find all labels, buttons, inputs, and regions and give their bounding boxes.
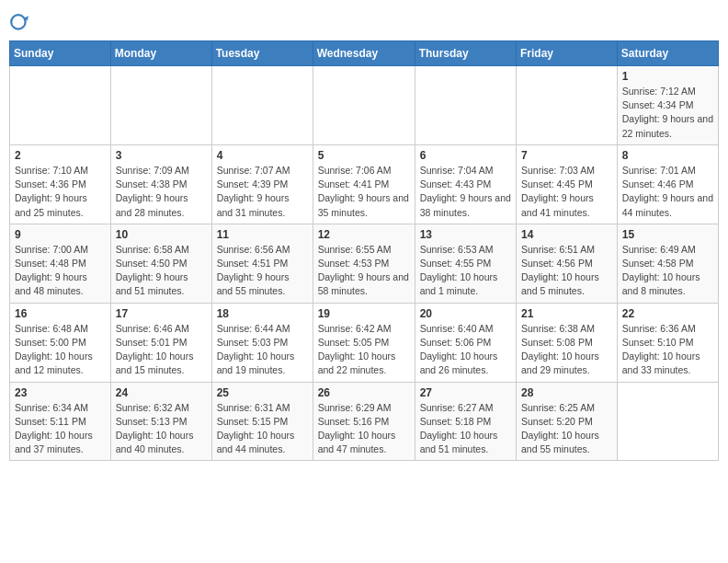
- day-info: Sunrise: 6:34 AM Sunset: 5:11 PM Dayligh…: [15, 401, 106, 457]
- calendar-table: SundayMondayTuesdayWednesdayThursdayFrid…: [9, 40, 719, 461]
- calendar-cell: [211, 66, 313, 145]
- calendar-cell: 9Sunrise: 7:00 AM Sunset: 4:48 PM Daylig…: [10, 224, 111, 303]
- calendar-week-row: 16Sunrise: 6:48 AM Sunset: 5:00 PM Dayli…: [10, 303, 719, 382]
- calendar-cell: 13Sunrise: 6:53 AM Sunset: 4:55 PM Dayli…: [415, 224, 516, 303]
- day-number: 7: [521, 149, 612, 162]
- day-number: 22: [622, 307, 713, 320]
- calendar-cell: 8Sunrise: 7:01 AM Sunset: 4:46 PM Daylig…: [617, 144, 718, 224]
- day-number: 23: [15, 386, 106, 399]
- day-info: Sunrise: 7:04 AM Sunset: 4:43 PM Dayligh…: [420, 164, 511, 220]
- calendar-week-row: 23Sunrise: 6:34 AM Sunset: 5:11 PM Dayli…: [10, 382, 719, 461]
- day-number: 15: [622, 228, 713, 241]
- day-number: 6: [420, 149, 511, 162]
- calendar-week-row: 2Sunrise: 7:10 AM Sunset: 4:36 PM Daylig…: [10, 144, 719, 224]
- calendar-cell: 2Sunrise: 7:10 AM Sunset: 4:36 PM Daylig…: [10, 144, 111, 224]
- day-number: 20: [420, 307, 511, 320]
- calendar-cell: [415, 66, 516, 145]
- day-info: Sunrise: 6:40 AM Sunset: 5:06 PM Dayligh…: [420, 322, 511, 378]
- weekday-header-thursday: Thursday: [415, 41, 516, 66]
- calendar-cell: 25Sunrise: 6:31 AM Sunset: 5:15 PM Dayli…: [211, 382, 313, 461]
- calendar-cell: 10Sunrise: 6:58 AM Sunset: 4:50 PM Dayli…: [110, 224, 211, 303]
- weekday-header-saturday: Saturday: [617, 41, 718, 66]
- day-number: 14: [521, 228, 612, 241]
- weekday-header-tuesday: Tuesday: [211, 41, 313, 66]
- svg-point-0: [11, 15, 25, 29]
- calendar-cell: 18Sunrise: 6:44 AM Sunset: 5:03 PM Dayli…: [211, 303, 313, 382]
- calendar-cell: 28Sunrise: 6:25 AM Sunset: 5:20 PM Dayli…: [517, 382, 618, 461]
- day-info: Sunrise: 6:56 AM Sunset: 4:51 PM Dayligh…: [217, 243, 308, 299]
- calendar-cell: 19Sunrise: 6:42 AM Sunset: 5:05 PM Dayli…: [313, 303, 415, 382]
- page-header: [9, 9, 719, 33]
- day-info: Sunrise: 6:29 AM Sunset: 5:16 PM Dayligh…: [318, 401, 410, 457]
- weekday-header-row: SundayMondayTuesdayWednesdayThursdayFrid…: [10, 41, 719, 66]
- day-number: 8: [622, 149, 713, 162]
- day-number: 18: [217, 307, 308, 320]
- day-info: Sunrise: 6:49 AM Sunset: 4:58 PM Dayligh…: [622, 243, 713, 299]
- calendar-cell: 24Sunrise: 6:32 AM Sunset: 5:13 PM Dayli…: [110, 382, 211, 461]
- day-number: 5: [318, 149, 410, 162]
- day-info: Sunrise: 7:07 AM Sunset: 4:39 PM Dayligh…: [217, 164, 308, 220]
- calendar-cell: 1Sunrise: 7:12 AM Sunset: 4:34 PM Daylig…: [617, 66, 718, 145]
- calendar-cell: 15Sunrise: 6:49 AM Sunset: 4:58 PM Dayli…: [617, 224, 718, 303]
- day-number: 16: [15, 307, 106, 320]
- calendar-cell: [517, 66, 618, 145]
- calendar-cell: 5Sunrise: 7:06 AM Sunset: 4:41 PM Daylig…: [313, 144, 415, 224]
- day-info: Sunrise: 7:09 AM Sunset: 4:38 PM Dayligh…: [116, 164, 207, 220]
- calendar-cell: 3Sunrise: 7:09 AM Sunset: 4:38 PM Daylig…: [110, 144, 211, 224]
- calendar-cell: 7Sunrise: 7:03 AM Sunset: 4:45 PM Daylig…: [517, 144, 618, 224]
- day-number: 11: [217, 228, 308, 241]
- calendar-cell: [617, 382, 718, 461]
- weekday-header-wednesday: Wednesday: [313, 41, 415, 66]
- calendar-cell: 4Sunrise: 7:07 AM Sunset: 4:39 PM Daylig…: [211, 144, 313, 224]
- day-number: 3: [116, 149, 207, 162]
- calendar-week-row: 1Sunrise: 7:12 AM Sunset: 4:34 PM Daylig…: [10, 66, 719, 145]
- calendar-cell: 27Sunrise: 6:27 AM Sunset: 5:18 PM Dayli…: [415, 382, 516, 461]
- calendar-cell: [10, 66, 111, 145]
- day-number: 12: [318, 228, 410, 241]
- day-number: 4: [217, 149, 308, 162]
- calendar-cell: [313, 66, 415, 145]
- calendar-cell: 12Sunrise: 6:55 AM Sunset: 4:53 PM Dayli…: [313, 224, 415, 303]
- day-info: Sunrise: 6:51 AM Sunset: 4:56 PM Dayligh…: [521, 243, 612, 299]
- day-info: Sunrise: 7:12 AM Sunset: 4:34 PM Dayligh…: [622, 85, 713, 141]
- day-info: Sunrise: 7:06 AM Sunset: 4:41 PM Dayligh…: [318, 164, 410, 220]
- day-number: 24: [116, 386, 207, 399]
- weekday-header-sunday: Sunday: [10, 41, 111, 66]
- calendar-cell: 17Sunrise: 6:46 AM Sunset: 5:01 PM Dayli…: [110, 303, 211, 382]
- weekday-header-monday: Monday: [110, 41, 211, 66]
- day-info: Sunrise: 6:55 AM Sunset: 4:53 PM Dayligh…: [318, 243, 410, 299]
- day-number: 25: [217, 386, 308, 399]
- logo-icon: [9, 13, 29, 33]
- day-number: 17: [116, 307, 207, 320]
- calendar-cell: 21Sunrise: 6:38 AM Sunset: 5:08 PM Dayli…: [517, 303, 618, 382]
- calendar-cell: 23Sunrise: 6:34 AM Sunset: 5:11 PM Dayli…: [10, 382, 111, 461]
- day-info: Sunrise: 6:38 AM Sunset: 5:08 PM Dayligh…: [521, 322, 612, 378]
- day-info: Sunrise: 7:03 AM Sunset: 4:45 PM Dayligh…: [521, 164, 612, 220]
- day-number: 27: [420, 386, 511, 399]
- day-info: Sunrise: 6:32 AM Sunset: 5:13 PM Dayligh…: [116, 401, 207, 457]
- day-info: Sunrise: 6:31 AM Sunset: 5:15 PM Dayligh…: [217, 401, 308, 457]
- day-number: 10: [116, 228, 207, 241]
- weekday-header-friday: Friday: [517, 41, 618, 66]
- day-info: Sunrise: 7:10 AM Sunset: 4:36 PM Dayligh…: [15, 164, 106, 220]
- day-number: 26: [318, 386, 410, 399]
- calendar-cell: 11Sunrise: 6:56 AM Sunset: 4:51 PM Dayli…: [211, 224, 313, 303]
- day-info: Sunrise: 6:48 AM Sunset: 5:00 PM Dayligh…: [15, 322, 106, 378]
- day-number: 2: [15, 149, 106, 162]
- calendar-cell: 26Sunrise: 6:29 AM Sunset: 5:16 PM Dayli…: [313, 382, 415, 461]
- day-info: Sunrise: 7:00 AM Sunset: 4:48 PM Dayligh…: [15, 243, 106, 299]
- day-number: 19: [318, 307, 410, 320]
- day-number: 13: [420, 228, 511, 241]
- day-number: 28: [521, 386, 612, 399]
- calendar-cell: 16Sunrise: 6:48 AM Sunset: 5:00 PM Dayli…: [10, 303, 111, 382]
- calendar-cell: 14Sunrise: 6:51 AM Sunset: 4:56 PM Dayli…: [517, 224, 618, 303]
- day-info: Sunrise: 6:58 AM Sunset: 4:50 PM Dayligh…: [116, 243, 207, 299]
- calendar-cell: [110, 66, 211, 145]
- calendar-week-row: 9Sunrise: 7:00 AM Sunset: 4:48 PM Daylig…: [10, 224, 719, 303]
- day-number: 9: [15, 228, 106, 241]
- day-info: Sunrise: 7:01 AM Sunset: 4:46 PM Dayligh…: [622, 164, 713, 220]
- day-info: Sunrise: 6:27 AM Sunset: 5:18 PM Dayligh…: [420, 401, 511, 457]
- calendar-cell: 6Sunrise: 7:04 AM Sunset: 4:43 PM Daylig…: [415, 144, 516, 224]
- day-info: Sunrise: 6:25 AM Sunset: 5:20 PM Dayligh…: [521, 401, 612, 457]
- day-info: Sunrise: 6:46 AM Sunset: 5:01 PM Dayligh…: [116, 322, 207, 378]
